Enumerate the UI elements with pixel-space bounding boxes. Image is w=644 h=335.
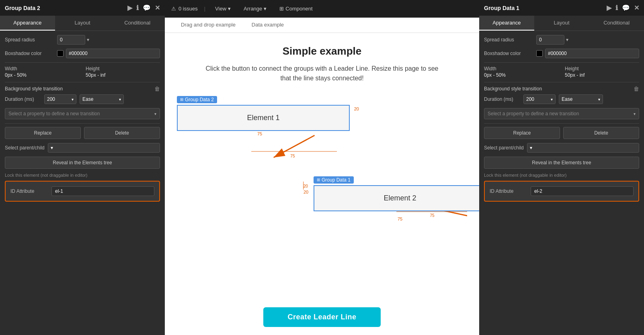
- duration-ease-row-right: Duration (ms) 200 ▾ Ease ▾: [484, 94, 639, 104]
- chat-icon[interactable]: 💬: [143, 4, 151, 12]
- element-1-label: Element 1: [247, 114, 279, 122]
- issues-indicator: ⚠ 0 issues: [171, 6, 198, 12]
- component-button[interactable]: ⊞ Component: [276, 4, 316, 13]
- id-attribute-input-left[interactable]: [51, 186, 154, 196]
- close-icon[interactable]: ✕: [155, 4, 160, 12]
- color-swatch-right[interactable]: [536, 50, 543, 57]
- tab-layout-left[interactable]: Layout: [55, 16, 110, 31]
- duration-select-left[interactable]: 200 ▾: [44, 94, 76, 104]
- left-panel-header: Group Data 2 ▶ ℹ 💬 ✕: [0, 0, 165, 16]
- width-block-right: Width 0px - 50%: [484, 66, 558, 78]
- select-property-left[interactable]: Select a property to define a new transi…: [5, 108, 160, 119]
- arrange-button[interactable]: Arrange ▾: [240, 4, 270, 13]
- boxshadow-color-field-right: [536, 49, 639, 58]
- boxshadow-row-left: Boxshadow color: [5, 49, 160, 58]
- left-panel-content: Spread radius ▾ Boxshadow color Width 0p…: [0, 31, 165, 335]
- boxshadow-input-left[interactable]: [66, 49, 160, 58]
- chevron-property-left: ▾: [154, 112, 156, 116]
- duration-value-left: 200: [47, 96, 55, 102]
- view-button[interactable]: View ▾: [212, 4, 234, 13]
- select-property-right[interactable]: Select a property to define a new transi…: [484, 108, 639, 119]
- spread-radius-row-left: Spread radius ▾: [5, 35, 160, 45]
- elements-area: 75 20 75 ⊞ Group Data 2 Element 1 2: [177, 95, 467, 248]
- info-icon[interactable]: ℹ: [136, 4, 139, 12]
- spread-radius-input-left[interactable]: [57, 35, 85, 45]
- play-icon-right[interactable]: ▶: [607, 4, 611, 12]
- chevron-ease-left: ▾: [119, 97, 121, 102]
- trash-icon-right[interactable]: 🗑: [634, 86, 639, 92]
- tab-layout-right[interactable]: Layout: [534, 16, 589, 31]
- trash-icon-left[interactable]: 🗑: [154, 86, 160, 92]
- width-label-right: Width: [484, 66, 558, 71]
- duration-value-right: 200: [526, 96, 534, 102]
- measure-20-right: 20: [354, 106, 359, 111]
- right-panel-header: Group Data 1 ▶ ℹ 💬 ✕: [479, 0, 644, 16]
- height-block-left: Height 50px - inf: [86, 66, 160, 78]
- id-section-left: ID Attribute: [5, 181, 160, 202]
- chevron-duration-right: ▾: [551, 97, 553, 102]
- id-row-right: ID Attribute: [490, 186, 634, 196]
- measure-75-v: 75: [257, 131, 262, 136]
- ease-select-left[interactable]: Ease ▾: [80, 94, 124, 104]
- ease-select-right[interactable]: Ease ▾: [559, 94, 603, 104]
- boxshadow-input-right[interactable]: [545, 49, 639, 58]
- select-property-placeholder-left: Select a property to define a new transi…: [8, 111, 100, 116]
- replace-button-right[interactable]: Replace: [484, 127, 560, 139]
- spread-radius-label-left: Spread radius: [5, 37, 57, 43]
- reveal-button-right[interactable]: Reveal in the Elements tree: [484, 157, 639, 169]
- create-leader-line-button[interactable]: Create Leader Line: [263, 307, 380, 327]
- select-parent-label-right: Select parent/child: [484, 145, 524, 151]
- color-swatch-left[interactable]: [57, 50, 64, 57]
- boxshadow-label-left: Boxshadow color: [5, 51, 57, 56]
- chevron-arrange: ▾: [264, 6, 267, 12]
- tab-conditional-right[interactable]: Conditional: [589, 16, 644, 31]
- width-block-left: Width 0px - 50%: [5, 66, 79, 78]
- element-2-box[interactable]: Element 2: [314, 185, 479, 211]
- svg-line-2: [274, 135, 315, 157]
- tab-conditional-left[interactable]: Conditional: [110, 16, 165, 31]
- toolbar-sep-1: |: [204, 6, 205, 12]
- element-1-box[interactable]: Element 1 20: [177, 105, 350, 131]
- main-canvas: ⚠ 0 issues | View ▾ Arrange ▾ ⊞ Componen…: [165, 0, 479, 335]
- duration-label-right: Duration (ms): [484, 96, 520, 102]
- replace-delete-row-right: Replace Delete: [484, 127, 639, 139]
- play-icon[interactable]: ▶: [127, 4, 132, 12]
- warning-icon: ⚠: [171, 6, 176, 12]
- replace-button-left[interactable]: Replace: [5, 127, 81, 139]
- delete-button-right[interactable]: Delete: [563, 127, 639, 139]
- nav-tabs: Drag and drop example Data example: [165, 18, 479, 33]
- canvas-content: Simple example Click the button to conne…: [165, 33, 479, 299]
- measure-20-left: 20: [304, 190, 308, 194]
- spread-radius-input-right[interactable]: [536, 35, 564, 45]
- nav-tab-drag[interactable]: Drag and drop example: [173, 18, 244, 33]
- page-desc: Click the button to connect the groups w…: [201, 64, 443, 83]
- nav-tab-data[interactable]: Data example: [244, 18, 292, 33]
- select-parent-select-right[interactable]: ▾: [527, 143, 639, 153]
- chat-icon-right[interactable]: 💬: [622, 4, 630, 12]
- id-attribute-input-right[interactable]: [531, 186, 634, 196]
- select-property-placeholder-right: Select a property to define a new transi…: [488, 111, 579, 116]
- id-section-right: ID Attribute: [484, 181, 639, 202]
- height-block-right: Height 50px - inf: [565, 66, 639, 78]
- element-2-label: Element 2: [384, 194, 416, 202]
- left-panel-title: Group Data 2: [5, 5, 40, 11]
- delete-button-left[interactable]: Delete: [84, 127, 160, 139]
- duration-select-right[interactable]: 200 ▾: [523, 94, 556, 104]
- page-title: Simple example: [177, 45, 467, 57]
- reveal-button-left[interactable]: Reveal in the Elements tree: [5, 157, 160, 169]
- group-data-2-wrapper: ⊞ Group Data 2 Element 1 20: [177, 95, 350, 131]
- select-parent-row-right: Select parent/child ▾: [484, 143, 639, 153]
- replace-delete-row-left: Replace Delete: [5, 127, 160, 139]
- tab-appearance-right[interactable]: Appearance: [479, 16, 534, 31]
- left-panel-tabs: Appearance Layout Conditional: [0, 16, 165, 31]
- create-btn-area: Create Leader Line: [165, 299, 479, 335]
- chevron-parent-right: ▾: [530, 145, 532, 151]
- right-panel-tabs: Appearance Layout Conditional: [479, 16, 644, 31]
- id-row-left: ID Attribute: [10, 186, 154, 196]
- select-parent-select-left[interactable]: ▾: [48, 143, 160, 153]
- info-icon-right[interactable]: ℹ: [615, 4, 618, 12]
- tab-appearance-left[interactable]: Appearance: [0, 16, 55, 31]
- select-parent-row-left: Select parent/child ▾: [5, 143, 160, 153]
- ease-value-left: Ease: [82, 96, 93, 102]
- close-icon-right[interactable]: ✕: [634, 4, 639, 12]
